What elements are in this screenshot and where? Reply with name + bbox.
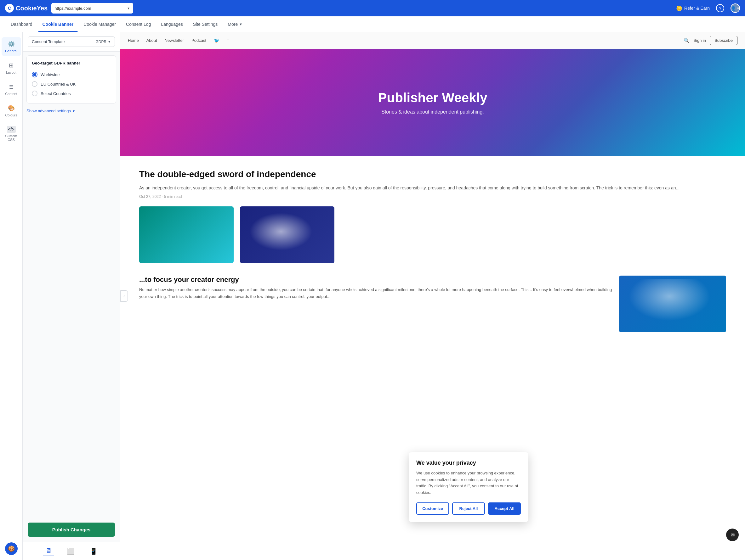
cookie-accept-button[interactable]: Accept All <box>488 502 521 515</box>
thumbnail-2 <box>240 206 334 263</box>
radio-outer-worldwide <box>32 72 37 77</box>
consent-template-label: Consent Template <box>32 39 65 44</box>
preview-area: ‹ Home About Newsletter Podcast 🐦 f 🔍 Si… <box>120 32 745 560</box>
url-bar[interactable]: https://example.com ▼ <box>51 3 133 13</box>
article-meta: Oct 27, 2022 · 5 min read <box>139 195 726 199</box>
sign-in-link[interactable]: Sign in <box>693 38 706 43</box>
nav-cookie-manager[interactable]: Cookie Manager <box>79 16 120 32</box>
focus-body: No matter how simple another creator's s… <box>139 286 613 300</box>
article-title: The double-edged sword of independence <box>139 169 726 180</box>
layout-icon: ⊞ <box>7 62 15 69</box>
top-bar: C CookieYes https://example.com ▼ 🪙 Refe… <box>0 0 745 16</box>
avatar-icon: 👤 <box>731 6 736 11</box>
more-chevron-icon: ▼ <box>239 22 242 26</box>
css-icon: </> <box>7 126 16 133</box>
radio-eu-uk[interactable]: EU Countries & UK <box>32 79 111 89</box>
site-article: The double-edged sword of independence A… <box>120 156 745 276</box>
hero-subtitle: Stories & ideas about independent publis… <box>381 109 484 115</box>
publish-button[interactable]: Publish Changes <box>28 523 115 537</box>
cookie-banner-body: We use cookies to enhance your browsing … <box>416 470 521 496</box>
second-nav: Dashboard Cookie Banner Cookie Manager C… <box>0 16 745 32</box>
article-thumbnails <box>139 206 726 263</box>
collapse-panel-button[interactable]: ‹ <box>120 290 128 302</box>
cookie-reject-button[interactable]: Reject All <box>452 502 485 515</box>
content-icon: ☰ <box>7 83 15 91</box>
advanced-chevron-icon: ▾ <box>73 109 75 113</box>
refer-earn-button[interactable]: 🪙 Refer & Earn <box>676 5 710 11</box>
hero-title: Publisher Weekly <box>378 90 487 105</box>
icon-sidebar: ⚙️ General ⊞ Layout ☰ Content 🎨 Colours … <box>0 32 23 560</box>
avatar-chevron-icon: ▼ <box>737 7 740 10</box>
site-nav-facebook-icon: f <box>227 38 229 43</box>
help-button[interactable]: ? <box>716 4 724 12</box>
desktop-view-button[interactable]: 🖥 <box>43 546 54 556</box>
general-icon: ⚙️ <box>7 40 15 48</box>
radio-label-countries: Select Countries <box>41 91 70 96</box>
article-body: As an independent creator, you get acces… <box>139 184 726 192</box>
site-nav-about[interactable]: About <box>147 38 157 43</box>
thumbnail-1 <box>139 206 234 263</box>
radio-select-countries[interactable]: Select Countries <box>32 89 111 98</box>
advanced-settings-toggle[interactable]: Show advanced settings ▾ <box>27 109 116 113</box>
nav-dashboard[interactable]: Dashboard <box>6 16 37 32</box>
sidebar-item-layout[interactable]: ⊞ Layout <box>2 59 21 77</box>
radio-label-eu: EU Countries & UK <box>41 82 75 86</box>
cookie-floating-button[interactable]: 🍪 <box>5 542 18 555</box>
geo-section-title: Geo-target GDPR banner <box>32 61 111 65</box>
settings-panel: Consent Template GDPR ▼ Geo-target GDPR … <box>23 32 120 560</box>
settings-spacer <box>23 117 120 518</box>
mobile-view-button[interactable]: 📱 <box>87 546 100 556</box>
cookie-banner-buttons: Customize Reject All Accept All <box>416 502 521 515</box>
tablet-view-button[interactable]: ⬜ <box>64 546 77 556</box>
site-nav-newsletter[interactable]: Newsletter <box>165 38 184 43</box>
device-switcher: 🖥 ⬜ 📱 <box>23 542 120 560</box>
cookie-customize-button[interactable]: Customize <box>416 502 449 515</box>
nav-cookie-banner[interactable]: Cookie Banner <box>38 16 78 32</box>
colours-icon: 🎨 <box>7 104 15 112</box>
nav-consent-log[interactable]: Consent Log <box>122 16 155 32</box>
email-floating-button[interactable]: ✉ <box>726 529 739 541</box>
focus-image <box>619 276 726 332</box>
focus-text: ...to focus your creator energy No matte… <box>139 276 613 332</box>
logo: C CookieYes <box>5 4 47 12</box>
top-bar-right: 🪙 Refer & Earn ? 👤 ▼ <box>676 3 740 13</box>
user-avatar[interactable]: 👤 ▼ <box>731 3 740 13</box>
nav-site-settings[interactable]: Site Settings <box>189 16 222 32</box>
advanced-settings-label: Show advanced settings <box>27 109 71 113</box>
site-nav-right: 🔍 Sign in Subscribe <box>684 36 738 45</box>
focus-section: ...to focus your creator energy No matte… <box>120 276 745 345</box>
site-nav-podcast[interactable]: Podcast <box>191 38 206 43</box>
subscribe-button[interactable]: Subscribe <box>710 36 738 45</box>
nav-languages[interactable]: Languages <box>157 16 187 32</box>
radio-label-worldwide: Worldwide <box>41 72 60 77</box>
cookie-banner-title: We value your privacy <box>416 460 521 466</box>
radio-worldwide[interactable]: Worldwide <box>32 70 111 79</box>
settings-top: Consent Template GDPR ▼ <box>23 32 120 51</box>
coin-icon: 🪙 <box>676 5 682 11</box>
focus-title: ...to focus your creator energy <box>139 276 613 284</box>
search-icon[interactable]: 🔍 <box>684 38 689 43</box>
url-chevron-icon: ▼ <box>127 7 130 10</box>
geo-section: Geo-target GDPR banner Worldwide EU Coun… <box>27 56 116 104</box>
site-navbar: Home About Newsletter Podcast 🐦 f 🔍 Sign… <box>120 32 745 49</box>
url-text: https://example.com <box>55 6 91 11</box>
sidebar-item-custom-css[interactable]: </> Custom CSS <box>2 123 21 145</box>
site-nav-home[interactable]: Home <box>128 38 139 43</box>
site-hero: Publisher Weekly Stories & ideas about i… <box>120 49 745 156</box>
gdpr-chevron-icon: ▼ <box>108 40 111 43</box>
main-layout: ⚙️ General ⊞ Layout ☰ Content 🎨 Colours … <box>0 32 745 560</box>
radio-outer-eu <box>32 81 37 87</box>
collapse-icon: ‹ <box>123 294 125 298</box>
site-nav-twitter-icon: 🐦 <box>214 38 220 43</box>
radio-inner-worldwide <box>33 73 36 76</box>
consent-template-selector[interactable]: Consent Template GDPR ▼ <box>28 36 115 47</box>
sidebar-item-general[interactable]: ⚙️ General <box>2 37 21 56</box>
radio-outer-countries <box>32 91 37 96</box>
logo-icon: C <box>5 4 14 12</box>
sidebar-item-content[interactable]: ☰ Content <box>2 80 21 99</box>
cookie-consent-banner: We value your privacy We use cookies to … <box>409 452 528 522</box>
nav-more[interactable]: More ▼ <box>223 16 247 32</box>
sidebar-item-colours[interactable]: 🎨 Colours <box>2 101 21 120</box>
gdpr-badge: GDPR ▼ <box>95 40 111 44</box>
